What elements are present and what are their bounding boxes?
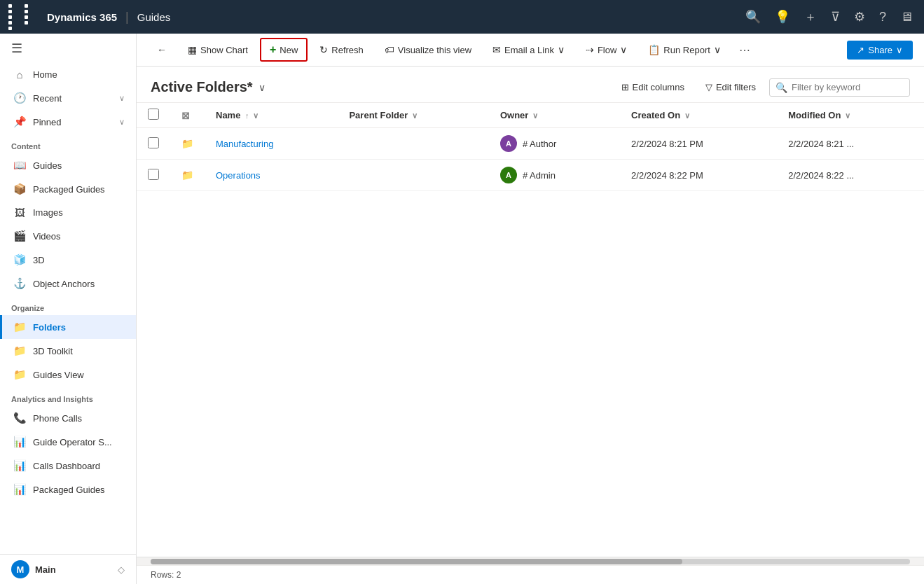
list-header: Active Folders* ∨ ⊞ Edit columns ▽ Edit … (137, 67, 924, 103)
data-area: Active Folders* ∨ ⊞ Edit columns ▽ Edit … (137, 67, 924, 584)
images-icon: 🖼 (13, 207, 26, 218)
horizontal-scrollbar[interactable] (137, 557, 924, 565)
bottom-bar: Rows: 2 (137, 565, 924, 584)
keyword-filter[interactable]: 🔍 (769, 78, 910, 97)
share-label: Share (868, 45, 892, 55)
sidebar-item-object-anchors-label: Object Anchors (33, 279, 95, 289)
col-owner-chevron[interactable]: ∨ (532, 111, 538, 120)
hamburger-menu[interactable]: ☰ (0, 34, 136, 63)
sidebar-item-videos-label: Videos (33, 231, 61, 242)
sidebar-item-calls-dashboard[interactable]: 📊 Calls Dashboard (0, 454, 136, 478)
new-label: New (280, 45, 298, 55)
packaged-guides-icon: 📦 (13, 183, 26, 195)
col-created-chevron[interactable]: ∨ (684, 111, 690, 120)
owner-avatar: A (500, 167, 517, 183)
owner-name: # Admin (523, 170, 556, 181)
brand-name[interactable]: Dynamics 365 (47, 11, 117, 23)
row-name-cell: Manufacturing (205, 128, 338, 160)
add-icon[interactable]: ＋ (801, 6, 820, 28)
lightbulb-icon[interactable]: 💡 (772, 6, 793, 27)
sidebar-item-phone-calls[interactable]: 📞 Phone Calls (0, 406, 136, 430)
top-nav: Dynamics 365 | Guides 🔍 💡 ＋ ⊽ ⚙ ? 🖥 (0, 0, 924, 34)
row-modified-on-cell: 2/2/2024 8:21 ... (777, 128, 924, 160)
filter-search-icon: 🔍 (775, 82, 787, 93)
select-all-checkbox[interactable] (148, 109, 159, 120)
col-select-all[interactable] (137, 103, 170, 128)
more-options-button[interactable]: ⋯ (733, 39, 757, 62)
sidebar-item-pinned[interactable]: 📌 Pinned ∨ (0, 110, 136, 134)
sidebar-item-guides[interactable]: 📖 Guides (0, 153, 136, 177)
flow-chevron: ∨ (620, 44, 627, 55)
row-checkbox[interactable] (148, 169, 159, 180)
edit-filters-button[interactable]: ▽ Edit filters (698, 78, 764, 97)
settings-icon[interactable]: ⚙ (851, 6, 868, 27)
sidebar-item-3d[interactable]: 🧊 3D (0, 248, 136, 272)
sidebar-item-folders-label: Folders (33, 322, 66, 333)
rows-count: Rows: 2 (151, 570, 181, 580)
filter-icon[interactable]: ⊽ (828, 6, 843, 27)
new-button[interactable]: + New (260, 38, 308, 62)
list-title-chevron[interactable]: ∨ (258, 82, 266, 93)
show-chart-button[interactable]: ▦ Show Chart (179, 39, 257, 60)
sidebar-item-guides-view[interactable]: 📁 Guides View (0, 363, 136, 387)
col-modified-chevron[interactable]: ∨ (845, 111, 850, 120)
scrollbar-thumb[interactable] (151, 559, 682, 564)
sidebar-item-home[interactable]: ⌂ Home (0, 63, 136, 86)
waffle-icon[interactable] (8, 4, 39, 30)
col-name-chevron[interactable]: ∨ (253, 111, 258, 120)
toolbar: ← ▦ Show Chart + New ↻ Refresh 🏷 Visuali… (137, 34, 924, 67)
flow-button[interactable]: ⇢ Flow ∨ (577, 39, 636, 60)
visualize-button[interactable]: 🏷 Visualize this view (375, 39, 481, 60)
col-owner[interactable]: Owner ∨ (489, 103, 620, 128)
sidebar-item-guide-operator[interactable]: 📊 Guide Operator S... (0, 430, 136, 454)
row-name-link[interactable]: Operations (216, 170, 261, 181)
sidebar-item-object-anchors[interactable]: ⚓ Object Anchors (0, 272, 136, 296)
row-icon-cell: 📁 (170, 160, 205, 191)
guide-operator-icon: 📊 (13, 436, 26, 448)
back-button[interactable]: ← (148, 39, 176, 60)
search-icon[interactable]: 🔍 (743, 6, 764, 27)
refresh-button[interactable]: ↻ Refresh (310, 39, 373, 60)
col-created-on[interactable]: Created On ∨ (620, 103, 777, 128)
col-modified-on[interactable]: Modified On ∨ (777, 103, 924, 128)
col-parent-folder[interactable]: Parent Folder ∨ (338, 103, 488, 128)
sidebar-item-3d-toolkit-label: 3D Toolkit (33, 346, 73, 356)
run-report-button[interactable]: 📋 Run Report ∨ (639, 39, 729, 60)
scrollbar-track[interactable] (151, 559, 910, 564)
sidebar-item-packaged-guides-analytics[interactable]: 📊 Packaged Guides (0, 478, 136, 501)
sidebar-item-folders[interactable]: 📁 Folders (0, 315, 136, 339)
col-created-on-label: Created On (631, 110, 680, 120)
anchor-icon: ⚓ (13, 277, 26, 290)
recent-chevron: ∨ (119, 94, 125, 103)
sidebar-item-3d-toolkit[interactable]: 📁 3D Toolkit (0, 339, 136, 363)
remote-icon[interactable]: 🖥 (897, 7, 916, 27)
row-checkbox[interactable] (148, 137, 159, 148)
sidebar-item-packaged-guides[interactable]: 📦 Packaged Guides (0, 177, 136, 201)
email-link-button[interactable]: ✉ Email a Link ∨ (483, 39, 574, 60)
sidebar-item-images[interactable]: 🖼 Images (0, 201, 136, 224)
footer-chevron[interactable]: ◇ (118, 564, 125, 575)
row-name-link[interactable]: Manufacturing (216, 139, 273, 149)
sidebar-item-3d-label: 3D (33, 255, 45, 265)
share-button[interactable]: ↗ Share ∨ (847, 41, 913, 60)
row-checkbox-cell[interactable] (137, 128, 170, 160)
row-checkbox-cell[interactable] (137, 160, 170, 191)
filter-funnel-icon: ▽ (705, 82, 712, 92)
share-icon: ↗ (857, 45, 864, 55)
app-name[interactable]: Guides (137, 11, 171, 23)
pinned-icon: 📌 (13, 116, 26, 128)
sidebar-item-videos[interactable]: 🎬 Videos (0, 224, 136, 248)
col-owner-label: Owner (500, 110, 528, 120)
share-chevron: ∨ (896, 45, 903, 55)
help-icon[interactable]: ? (876, 7, 889, 27)
run-report-label: Run Report (663, 45, 710, 55)
filter-keyword-input[interactable] (792, 82, 904, 92)
edit-columns-button[interactable]: ⊞ Edit columns (614, 78, 692, 97)
sidebar-item-recent[interactable]: 🕐 Recent ∨ (0, 86, 136, 110)
col-parent-chevron[interactable]: ∨ (412, 111, 418, 120)
section-organize: Organize (0, 296, 136, 315)
more-icon: ⋯ (739, 44, 750, 56)
col-name-sort: ↑ (245, 111, 249, 120)
col-name[interactable]: Name ↑ ∨ (205, 103, 338, 128)
col-row-icon: ⊠ (170, 103, 205, 128)
